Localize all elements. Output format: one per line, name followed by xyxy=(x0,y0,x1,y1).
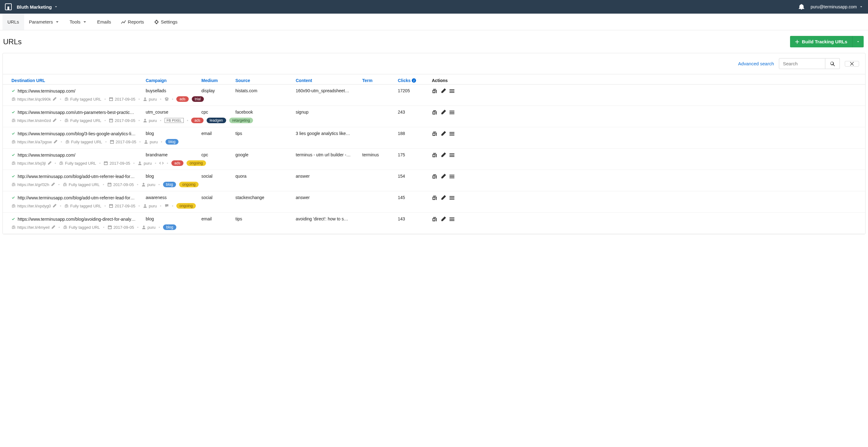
copy-icon[interactable] xyxy=(64,97,69,101)
col-campaign[interactable]: Campaign xyxy=(142,78,198,83)
pencil-icon[interactable] xyxy=(52,118,57,123)
date-label: 2017-09-05 xyxy=(113,182,134,187)
nav-urls[interactable]: URLs xyxy=(2,13,24,30)
col-content[interactable]: Content xyxy=(292,78,359,83)
pencil-icon[interactable] xyxy=(47,161,52,165)
col-source[interactable]: Source xyxy=(232,78,292,83)
nav-settings[interactable]: Settings xyxy=(149,13,183,30)
short-link[interactable]: https://ter.li/qc990k xyxy=(17,97,51,101)
page-header: URLs Build Tracking URLs xyxy=(0,30,868,53)
menu-icon[interactable] xyxy=(449,174,455,179)
pencil-icon[interactable] xyxy=(51,225,55,229)
user-menu[interactable]: puru@terminusapp.com xyxy=(810,4,863,9)
destination-url[interactable]: https://www.terminusapp.com/blog/avoidin… xyxy=(18,217,135,221)
edit-icon[interactable] xyxy=(440,216,446,222)
copy-icon[interactable] xyxy=(11,225,16,229)
urls-table: Destination URL Campaign Medium Source C… xyxy=(3,74,865,234)
copy-icon[interactable] xyxy=(64,118,69,123)
edit-icon[interactable] xyxy=(440,110,446,115)
edit-icon[interactable] xyxy=(440,88,446,94)
short-link[interactable]: https://ter.li/lxj3jl xyxy=(17,161,46,166)
nav-reports[interactable]: Reports xyxy=(116,13,149,30)
clicks-cell: 175 xyxy=(394,152,428,158)
short-link[interactable]: https://ter.li/4myeil xyxy=(17,225,50,230)
term-cell xyxy=(359,216,394,222)
copy-icon[interactable] xyxy=(432,110,437,115)
destination-url[interactable]: https://www.terminusapp.com/blog/3-lies-… xyxy=(18,131,135,136)
short-link[interactable]: https://ter.li/grf32h xyxy=(17,182,49,187)
layers-icon xyxy=(164,97,169,101)
col-medium[interactable]: Medium xyxy=(198,78,232,83)
pencil-icon[interactable] xyxy=(51,182,55,187)
edit-icon[interactable] xyxy=(440,174,446,179)
short-link[interactable]: https://ter.li/xpdyg0 xyxy=(17,204,51,208)
copy-icon[interactable] xyxy=(432,88,437,94)
copy-icon[interactable] xyxy=(432,216,437,222)
copy-icon[interactable] xyxy=(63,225,67,229)
destination-url[interactable]: https://www.terminusapp.com/utm-paramete… xyxy=(18,110,134,115)
nav-emails[interactable]: Emails xyxy=(92,13,116,30)
menu-icon[interactable] xyxy=(449,88,455,94)
medium-cell: social xyxy=(198,174,232,179)
menu-icon[interactable] xyxy=(449,216,455,222)
copy-icon[interactable] xyxy=(11,97,16,101)
calendar-icon xyxy=(104,161,108,165)
tag-pill: blog xyxy=(163,225,176,230)
campaign-cell: buysellads xyxy=(142,88,198,94)
menu-icon[interactable] xyxy=(449,195,455,201)
build-dropdown-button[interactable] xyxy=(852,36,864,47)
short-link[interactable]: https://ter.li/a7pgsw xyxy=(17,140,52,144)
pencil-icon[interactable] xyxy=(52,97,57,101)
col-term[interactable]: Term xyxy=(359,78,394,83)
medium-cell: display xyxy=(198,88,232,94)
medium-cell: cpc xyxy=(198,110,232,115)
build-tracking-urls-button[interactable]: Build Tracking URLs xyxy=(790,36,852,47)
date-label: 2017-09-05 xyxy=(115,118,135,123)
col-destination[interactable]: Destination URL xyxy=(3,78,142,83)
bell-icon[interactable] xyxy=(799,4,804,9)
edit-icon[interactable] xyxy=(440,131,446,137)
calendar-icon xyxy=(107,225,112,229)
edit-icon[interactable] xyxy=(440,152,446,158)
source-cell: stackexchange xyxy=(232,195,292,201)
copy-icon[interactable] xyxy=(11,118,16,123)
menu-icon[interactable] xyxy=(449,131,455,137)
copy-icon[interactable] xyxy=(432,195,437,201)
edit-icon[interactable] xyxy=(440,195,446,201)
short-link[interactable]: https://ter.li/stm0zd xyxy=(17,118,51,123)
destination-url[interactable]: https://www.terminusapp.com/ xyxy=(18,89,75,93)
copy-icon[interactable] xyxy=(11,204,16,208)
advanced-search-link[interactable]: Advanced search xyxy=(738,61,774,66)
menu-icon[interactable] xyxy=(449,152,455,158)
col-clicks[interactable]: Clicks i xyxy=(394,78,428,83)
copy-icon[interactable] xyxy=(63,182,67,187)
pencil-icon[interactable] xyxy=(53,140,58,144)
copy-icon[interactable] xyxy=(432,152,437,158)
app-logo[interactable] xyxy=(5,3,12,10)
copy-icon[interactable] xyxy=(432,131,437,137)
workspace-switcher[interactable]: Bluth Marketing xyxy=(17,4,58,9)
tag-pill: ads xyxy=(191,118,203,123)
search-button[interactable] xyxy=(825,58,840,69)
pencil-icon[interactable] xyxy=(52,204,57,208)
tagged-label: Fully tagged URL xyxy=(71,140,102,144)
copy-icon[interactable] xyxy=(11,140,16,144)
tag-pill: ads xyxy=(172,160,183,166)
nav-parameters[interactable]: Parameters xyxy=(24,13,65,30)
copy-icon[interactable] xyxy=(64,204,69,208)
copy-icon[interactable] xyxy=(59,161,63,165)
destination-url[interactable]: http://www.terminusapp.com/blog/add-utm-… xyxy=(18,174,134,179)
copy-icon[interactable] xyxy=(432,174,437,179)
user-icon xyxy=(143,118,147,123)
copy-icon[interactable] xyxy=(65,140,70,144)
destination-url[interactable]: http://www.terminusapp.com/blog/add-utm-… xyxy=(18,195,134,200)
content-cell: 160x90-utm_spreadsheet… xyxy=(292,88,359,94)
menu-icon[interactable] xyxy=(449,110,455,115)
nav-tools[interactable]: Tools xyxy=(65,13,92,30)
destination-url[interactable]: https://www.terminusapp.com/ xyxy=(18,153,75,157)
copy-icon[interactable] xyxy=(11,161,16,165)
copy-icon[interactable] xyxy=(11,182,16,187)
clear-search-button[interactable] xyxy=(845,61,859,66)
search-input[interactable] xyxy=(779,58,825,69)
clicks-cell: 188 xyxy=(394,131,428,137)
